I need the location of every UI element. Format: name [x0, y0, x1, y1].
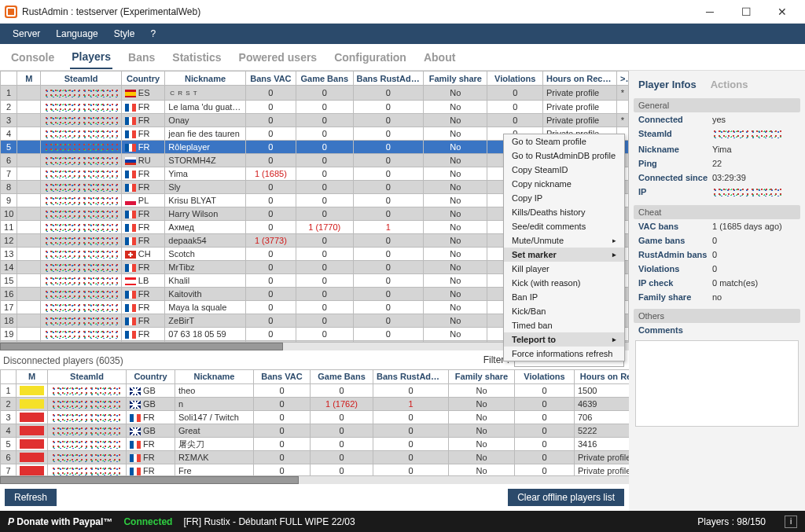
ctx-teleport-to[interactable]: Teleport to: [504, 332, 624, 347]
col-header[interactable]: SteamId: [48, 369, 127, 383]
clear-offline-button[interactable]: Clear offline players list: [508, 489, 624, 506]
flag-icon: [130, 441, 141, 449]
ctx-force-informations-refresh[interactable]: Force informations refresh: [504, 347, 624, 361]
ctx-copy-ip[interactable]: Copy IP: [504, 191, 624, 205]
tab-console[interactable]: Console: [9, 46, 56, 68]
table-row[interactable]: 2GBn01 (1762)1No04639: [1, 397, 630, 410]
connection-status: Connected: [123, 516, 172, 527]
ctx-go-to-rustadmindb-profile[interactable]: Go to RustAdminDB profile: [504, 149, 624, 163]
steamid-icon: [44, 182, 118, 192]
side-tab-actions[interactable]: Actions: [711, 79, 748, 90]
col-header[interactable]: >|: [616, 72, 628, 86]
window-maximize-button[interactable]: ☐: [728, 0, 764, 24]
col-header[interactable]: Bans VAC: [245, 72, 296, 86]
tab-powered-users[interactable]: Powered users: [237, 46, 319, 68]
tab-bans[interactable]: Bans: [127, 46, 156, 68]
ctx-kills-deaths-history[interactable]: Kills/Deaths history: [504, 205, 624, 219]
col-header[interactable]: SteamId: [41, 72, 122, 86]
window-close-button[interactable]: ✕: [764, 0, 800, 24]
col-header[interactable]: Hours on Re: [575, 369, 630, 383]
ctx-see-edit-comments[interactable]: See/edit comments: [504, 219, 624, 233]
col-header[interactable]: Bans RustAdmin: [373, 369, 449, 383]
table-row[interactable]: 2FRLe lama 'du guate…000No0Private profi…: [1, 101, 629, 114]
comments-box[interactable]: [635, 340, 799, 427]
ctx-copy-nickname[interactable]: Copy nickname: [504, 177, 624, 191]
steamid-icon: [44, 209, 118, 218]
server-name: [FR] Rustix - Débutant FULL WIPE 22/03: [183, 516, 355, 527]
flag-icon: [125, 317, 136, 325]
side-general-header: General: [634, 98, 800, 112]
donate-link[interactable]: P Donate with Paypal™: [8, 516, 112, 527]
col-header[interactable]: Nickname: [165, 72, 246, 86]
window-minimize-button[interactable]: ─: [692, 0, 728, 24]
col-header[interactable]: Game Bans: [296, 72, 353, 86]
tab-statistics[interactable]: Statistics: [171, 46, 222, 68]
table-row[interactable]: 7FRFre000No0Private profile: [1, 464, 630, 475]
col-header[interactable]: Hours on Record: [542, 72, 616, 86]
steamid-icon: [44, 169, 118, 178]
steamid-icon: [44, 196, 118, 205]
table-row[interactable]: 6FRRΣMΛK000No0Private profile: [1, 450, 630, 464]
ctx-timed-ban[interactable]: Timed ban: [504, 318, 624, 332]
tab-configuration[interactable]: Configuration: [333, 46, 408, 68]
info-icon[interactable]: i: [785, 515, 797, 528]
table-row[interactable]: 4GBGreat000No05222: [1, 424, 630, 437]
table-row[interactable]: 5FR屠尖刀000No03416: [1, 437, 630, 450]
col-header[interactable]: M: [17, 72, 41, 86]
col-header[interactable]: Bans RustAdmin: [353, 72, 424, 86]
menu-?[interactable]: ?: [142, 24, 164, 44]
steamid-icon: [51, 426, 123, 435]
ctx-set-marker[interactable]: Set marker: [504, 248, 624, 262]
ctx-mute-unmute[interactable]: Mute/Unmute: [504, 233, 624, 248]
ctx-kill-player[interactable]: Kill player: [504, 262, 624, 276]
kv-row: IP: [634, 185, 800, 200]
col-header[interactable]: Game Bans: [311, 369, 373, 383]
ctx-kick-with-reason-[interactable]: Kick (with reason): [504, 276, 624, 290]
side-panel: Player InfosActions General Connectedyes…: [629, 71, 805, 511]
tab-players[interactable]: Players: [70, 46, 112, 69]
menu-style[interactable]: Style: [106, 24, 143, 44]
col-header[interactable]: [1, 369, 17, 383]
steamid-icon: [44, 222, 118, 232]
steamid-icon: [51, 413, 123, 422]
side-others-header: Others: [634, 309, 800, 323]
refresh-button[interactable]: Refresh: [5, 489, 57, 506]
kv-row: SteamId: [634, 127, 800, 142]
disconnected-hscrollbar[interactable]: [0, 475, 629, 484]
menu-server[interactable]: Server: [5, 24, 48, 44]
app-icon: [5, 6, 17, 18]
ctx-copy-steamid[interactable]: Copy SteamID: [504, 163, 624, 177]
col-header[interactable]: Bans VAC: [254, 369, 311, 383]
steamid-icon: [44, 236, 118, 245]
flag-icon: [125, 171, 136, 178]
tab-about[interactable]: About: [422, 46, 457, 68]
kv-row: IP check0 match(es): [634, 276, 800, 290]
col-header[interactable]: M: [17, 369, 48, 383]
col-header[interactable]: Country: [127, 369, 175, 383]
col-header[interactable]: Violations: [487, 72, 543, 86]
col-header[interactable]: Violations: [515, 369, 575, 383]
menu-language[interactable]: Language: [48, 24, 105, 44]
ctx-go-to-steam-profile[interactable]: Go to Steam profile: [504, 134, 624, 149]
col-header[interactable]: [1, 72, 17, 86]
steamid-icon: [44, 289, 118, 299]
flag-icon: [130, 401, 141, 409]
table-row[interactable]: 3FRSoli147 / Twitch000No0706: [1, 410, 630, 424]
ctx-ban-ip[interactable]: Ban IP: [504, 290, 624, 304]
table-row[interactable]: 3FROnay000No0Private profile*: [1, 114, 629, 127]
flag-icon: [130, 468, 141, 475]
ctx-kick-ban[interactable]: Kick/Ban: [504, 304, 624, 318]
flag-icon: [125, 264, 136, 272]
steamid-icon: [44, 116, 118, 125]
flag-icon: [125, 277, 136, 285]
table-row[interactable]: 1GBtheo000No01500: [1, 383, 630, 397]
table-row[interactable]: 1ESC R S T000No0Private profile*: [1, 86, 629, 101]
steamid-icon: [51, 439, 123, 449]
col-header[interactable]: Family share: [449, 369, 515, 383]
col-header[interactable]: Nickname: [175, 369, 254, 383]
col-header[interactable]: Country: [121, 72, 165, 86]
disconnected-table[interactable]: MSteamIdCountryNicknameBans VACGame Bans…: [0, 369, 629, 475]
side-tab-player-infos[interactable]: Player Infos: [638, 79, 697, 90]
menubar: ServerLanguageStyle?: [0, 24, 805, 44]
col-header[interactable]: Family share: [424, 72, 487, 86]
